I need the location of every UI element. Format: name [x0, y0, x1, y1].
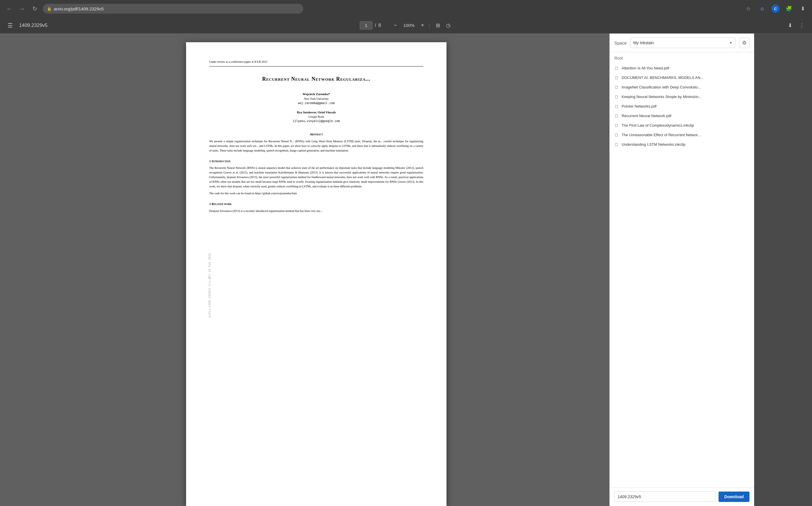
- list-item[interactable]: 🗋Attention Is All You Need.pdf: [610, 63, 754, 73]
- root-label: Root: [610, 52, 754, 62]
- file-document-icon: 🗋: [614, 133, 619, 137]
- pdf-page: arXiv:1409.2329v5 [cs.NE] 19 Feb 2015 Un…: [186, 42, 446, 506]
- author-1-affil: New York University: [209, 97, 423, 101]
- list-item[interactable]: 🗋The Unreasonable Effect of Recurrent Ne…: [610, 130, 754, 140]
- file-document-icon: 🗋: [614, 66, 619, 71]
- list-item[interactable]: 🗋Pointer Networks.pdf: [610, 101, 754, 111]
- section-1-code: The code for this work can be found in h…: [209, 191, 423, 196]
- section-2-text: Dropout Srivastava (2013) is a recently …: [209, 209, 423, 214]
- list-item[interactable]: 🗋The First Law of Complexodynamics.inkcl…: [610, 120, 754, 130]
- author-1: Wojciech Zaremba* New York University wo…: [209, 92, 423, 105]
- extensions-button[interactable]: 🧩: [784, 4, 794, 13]
- browser-toolbar: ← → ↻ 🔒 arxiv.org/pdf/1409.2329v5 ☆ G C …: [0, 0, 812, 17]
- section-2-title: 2 Related work: [209, 201, 423, 206]
- file-name: Keeping Neural Networks Simple by Minimi…: [621, 95, 702, 99]
- pdf-viewer[interactable]: arXiv:1409.2329v5 [cs.NE] 19 Feb 2015 Un…: [0, 33, 609, 506]
- bookmark-button[interactable]: ☆: [744, 4, 753, 13]
- right-panel: [754, 33, 812, 506]
- file-name: Understanding LSTM Networks.inkclip: [621, 142, 685, 147]
- current-page-input[interactable]: [360, 21, 372, 29]
- author-2-names: Ilya Sutskever, Oriol Vinyals: [209, 110, 423, 115]
- zoom-in-button[interactable]: +: [419, 21, 427, 30]
- settings-icon: ⚙: [742, 39, 747, 46]
- authors-section: Wojciech Zaremba* New York University wo…: [209, 92, 423, 123]
- space-label: Space: [614, 40, 627, 46]
- list-item[interactable]: 🗋DOCUMENT AI: BENCHMARKS, MODELS AN...: [610, 73, 754, 82]
- author-2: Ilya Sutskever, Oriol Vinyals Google Bra…: [209, 110, 423, 123]
- annotation-button[interactable]: ◷: [444, 20, 452, 30]
- file-list: 🗋Attention Is All You Need.pdf🗋DOCUMENT …: [610, 62, 754, 487]
- zoom-level: 100%: [402, 23, 416, 28]
- page-controls: / 8 − 100% + | ⊞ ◷: [360, 20, 452, 30]
- abstract-title: Abstract: [209, 132, 423, 137]
- url-text: arxiv.org/pdf/1409.2329v5: [54, 6, 103, 11]
- file-document-icon: 🗋: [614, 94, 619, 99]
- space-selector[interactable]: My Inkstain ▼: [630, 37, 736, 48]
- conference-note: Under review as a conference paper at IC…: [209, 60, 423, 67]
- author-1-name: Wojciech Zaremba*: [209, 92, 423, 97]
- zoom-out-button[interactable]: −: [391, 21, 399, 30]
- hamburger-menu-button[interactable]: ☰: [6, 20, 14, 31]
- file-name: The First Law of Complexodynamics.inkcli…: [621, 123, 694, 128]
- list-item[interactable]: 🗋Understanding LSTM Networks.inkclip: [610, 140, 754, 149]
- arxiv-watermark: arXiv:1409.2329v5 [cs.NE] 19 Feb 2015: [208, 253, 212, 318]
- list-item[interactable]: 🗋Recurrent Neural Network.pdf: [610, 111, 754, 120]
- file-document-icon: 🗋: [614, 85, 619, 90]
- toolbar-right-actions: ⬇ ⋮: [786, 20, 806, 30]
- list-item[interactable]: 🗋ImageNet Classification with Deep Convo…: [610, 82, 754, 92]
- download-button[interactable]: Download: [719, 492, 749, 502]
- profile-button[interactable]: C: [771, 5, 780, 13]
- chevron-down-icon: ▼: [729, 41, 732, 45]
- pdf-document-title: 1409.2329v5: [19, 22, 48, 28]
- back-button[interactable]: ←: [5, 4, 14, 13]
- address-bar[interactable]: 🔒 arxiv.org/pdf/1409.2329v5: [43, 4, 303, 14]
- abstract-text: We present a simple regularization techn…: [209, 139, 423, 153]
- file-document-icon: 🗋: [614, 142, 619, 147]
- file-document-icon: 🗋: [614, 113, 619, 118]
- browser-download-button[interactable]: ⬇: [798, 4, 807, 13]
- inkstain-panel: Space My Inkstain ▼ ⚙ Root 🗋Attention Is…: [609, 33, 754, 506]
- paper-title: Recurrent Neural Network Regulariza...: [209, 75, 423, 83]
- section-1: 1 Introduction The Recurrent Neural Netw…: [209, 159, 423, 196]
- file-document-icon: 🗋: [614, 75, 619, 80]
- inkstain-header: Space My Inkstain ▼ ⚙: [610, 33, 754, 52]
- file-name: ImageNet Classification with Deep Convol…: [621, 85, 701, 89]
- main-area: arXiv:1409.2329v5 [cs.NE] 19 Feb 2015 Un…: [0, 33, 812, 506]
- file-document-icon: 🗋: [614, 123, 619, 128]
- file-name: The Unreasonable Effect of Recurrent Net…: [621, 133, 701, 137]
- section-1-title: 1 Introduction: [209, 159, 423, 164]
- section-1-text: The Recurrent Neural Network (RNN) is ne…: [209, 166, 423, 189]
- author-2-affil: Google Brain: [209, 114, 423, 119]
- pdf-toolbar: ☰ 1409.2329v5 / 8 − 100% + | ⊞ ◷ ⬇ ⋮: [0, 17, 812, 33]
- abstract-section: Abstract We present a simple regularizat…: [209, 132, 423, 153]
- inkstain-footer: Download: [610, 487, 754, 506]
- file-document-icon: 🗋: [614, 104, 619, 109]
- file-name: Pointer Networks.pdf: [621, 104, 657, 108]
- section-2: 2 Related work Dropout Srivastava (2013)…: [209, 201, 423, 214]
- settings-button[interactable]: ⚙: [739, 37, 749, 48]
- browser-actions: ☆ G C 🧩 ⬇: [744, 4, 807, 13]
- forward-button[interactable]: →: [17, 4, 27, 13]
- file-name: Attention Is All You Need.pdf: [621, 66, 669, 70]
- fit-page-button[interactable]: ⊞: [434, 20, 442, 30]
- list-item[interactable]: 🗋Keeping Neural Networks Simple by Minim…: [610, 92, 754, 101]
- author-1-email: woj.zaremba@gmail.com: [209, 101, 423, 105]
- translate-button[interactable]: G: [758, 4, 767, 13]
- pdf-download-button[interactable]: ⬇: [786, 20, 794, 30]
- file-name: DOCUMENT AI: BENCHMARKS, MODELS AN...: [621, 76, 704, 80]
- author-2-email: {ilyasu,vinyals}@google.com: [209, 119, 423, 123]
- reload-button[interactable]: ↻: [30, 4, 40, 13]
- total-pages: 8: [378, 23, 381, 28]
- lock-icon: 🔒: [47, 7, 52, 11]
- pdf-more-button[interactable]: ⋮: [798, 20, 806, 30]
- page-separator: /: [375, 23, 376, 28]
- space-name: My Inkstain: [634, 40, 654, 45]
- filename-input[interactable]: [614, 492, 716, 502]
- file-name: Recurrent Neural Network.pdf: [621, 114, 671, 118]
